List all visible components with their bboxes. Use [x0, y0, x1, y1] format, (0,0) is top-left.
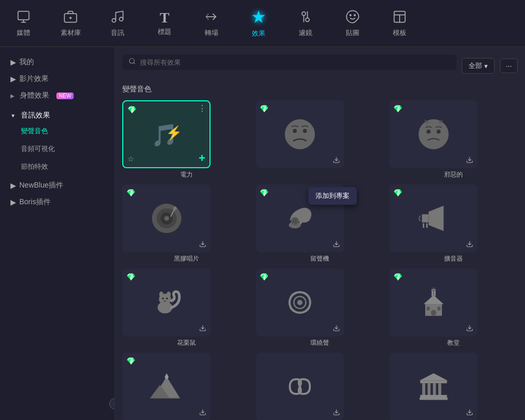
- effect-label-vinyl: 黑膠唱片: [122, 254, 251, 263]
- effect-card-evil[interactable]: [389, 100, 477, 168]
- more-icon: ···: [506, 62, 512, 70]
- effect-card-megaphone[interactable]: [389, 184, 477, 252]
- svg-point-21: [426, 130, 430, 134]
- nav-label-media: 媒體: [17, 28, 30, 38]
- sidebar-item-boris[interactable]: ▶ Boris插件: [0, 192, 114, 209]
- favorite-button-electric[interactable]: ☆: [127, 155, 134, 163]
- effect-item-infinity: [256, 353, 384, 420]
- premium-gem-surround: [260, 273, 269, 281]
- vinyl-icon: [150, 202, 183, 235]
- template-icon: [392, 9, 407, 26]
- premium-gem-church: [393, 273, 402, 281]
- svg-point-13: [130, 59, 134, 63]
- download-button-church[interactable]: [466, 324, 473, 333]
- effect-item-electric: ⋮ 🎵 ⚡ ☆ + 電力: [122, 100, 251, 179]
- premium-gem-gramophone: [260, 189, 269, 197]
- effect-card-squirrel[interactable]: [122, 269, 211, 336]
- download-button-surround[interactable]: [333, 324, 340, 333]
- premium-gem-megaphone: [393, 189, 402, 197]
- nav-label-transition: 轉場: [205, 28, 218, 38]
- effect-card-mountain[interactable]: [122, 353, 211, 420]
- svg-rect-73: [438, 383, 441, 395]
- nav-item-sticker[interactable]: 貼圖: [329, 6, 376, 41]
- add-button-electric[interactable]: +: [199, 151, 205, 165]
- arrow-icon-body: ▶: [10, 93, 15, 99]
- media-icon: [16, 9, 31, 26]
- effect-card-electric[interactable]: ⋮ 🎵 ⚡ ☆ +: [122, 100, 211, 168]
- effects-icon: [251, 9, 266, 27]
- download-button-infinity[interactable]: [333, 409, 340, 417]
- svg-rect-70: [422, 383, 425, 395]
- sidebar-item-body-effects[interactable]: ▶ 身體效果 NEW: [0, 86, 114, 106]
- sidebar-item-newblue[interactable]: ▶ NewBlue插件: [0, 176, 114, 192]
- download-button-vinyl[interactable]: [199, 240, 206, 249]
- add-to-project-tooltip: 添加到專案: [308, 187, 357, 205]
- download-button-angry[interactable]: [333, 156, 340, 165]
- effect-card-infinity[interactable]: [256, 353, 344, 420]
- nav-item-assets[interactable]: 素材庫: [47, 6, 94, 41]
- effect-card-surround[interactable]: [256, 269, 344, 336]
- audio-icon: [110, 9, 125, 26]
- effect-item-angry: [256, 100, 384, 179]
- electric-icon: 🎵 ⚡: [150, 118, 183, 151]
- svg-point-44: [167, 291, 171, 298]
- nav-item-filter[interactable]: 濾鏡: [282, 6, 329, 41]
- nav-item-title[interactable]: T 標題: [141, 7, 188, 40]
- svg-point-4: [112, 18, 116, 22]
- arrow-icon-my: ▶: [10, 58, 16, 66]
- effect-item-megaphone: 擴音器: [389, 184, 518, 263]
- svg-point-9: [354, 14, 355, 15]
- download-button-mountain[interactable]: [199, 409, 206, 417]
- svg-point-6: [302, 11, 306, 15]
- sidebar-item-audio-viz[interactable]: 音頻可視化: [5, 140, 114, 158]
- sidebar-label-boris: Boris插件: [19, 197, 51, 207]
- sidebar-item-my[interactable]: ▶ 我的: [0, 52, 114, 69]
- download-button-gramophone[interactable]: [333, 240, 340, 249]
- sidebar-label-newblue: NewBlue插件: [19, 181, 63, 190]
- nav-item-media[interactable]: 媒體: [0, 6, 47, 41]
- svg-marker-74: [419, 373, 448, 380]
- sidebar-item-voice-change[interactable]: 變聲音色: [5, 122, 114, 140]
- search-input[interactable]: [140, 59, 450, 66]
- sidebar-collapse-button[interactable]: ‹: [109, 398, 115, 410]
- svg-point-46: [166, 297, 168, 299]
- sidebar-label-video-effects: 影片效果: [19, 74, 49, 84]
- angry-icon: [283, 118, 317, 151]
- evil-icon: [417, 118, 450, 151]
- download-button-evil[interactable]: [466, 156, 473, 165]
- sidebar-item-audio-effects[interactable]: ▼ 音訊效果: [0, 106, 114, 122]
- nav-item-effects[interactable]: 效果: [235, 6, 282, 41]
- filter-button[interactable]: 全部 ▾: [462, 58, 495, 74]
- temple-icon: [417, 370, 450, 403]
- download-button-temple[interactable]: [466, 409, 473, 417]
- more-menu-electric[interactable]: ⋮: [198, 104, 206, 113]
- premium-gem-vinyl: [126, 189, 135, 197]
- content-area: 全部 ▾ ··· 變聲音色 ⋮ 🎵 ⚡: [115, 47, 525, 420]
- effect-card-vinyl[interactable]: [122, 184, 211, 252]
- effect-card-church[interactable]: [389, 269, 477, 336]
- effect-card-angry[interactable]: [256, 100, 344, 168]
- download-button-squirrel[interactable]: [199, 324, 206, 333]
- svg-rect-69: [420, 380, 447, 383]
- effect-label-gramophone: 留聲機: [256, 254, 384, 263]
- infinity-icon: [283, 370, 317, 403]
- effect-card-temple[interactable]: [389, 353, 477, 420]
- svg-point-30: [173, 207, 176, 210]
- transition-icon: [204, 9, 219, 26]
- nav-item-audio[interactable]: 音訊: [94, 6, 141, 41]
- sidebar-item-beat[interactable]: 節拍特效: [5, 158, 114, 176]
- filter-icon: [298, 9, 313, 26]
- effect-item-squirrel: 花栗鼠: [122, 269, 251, 347]
- sticker-icon: [345, 9, 360, 26]
- nav-item-template[interactable]: 模板: [376, 6, 423, 41]
- premium-gem-mountain: [126, 357, 135, 365]
- search-bar: [122, 54, 457, 70]
- nav-item-transition[interactable]: 轉場: [188, 6, 235, 41]
- nav-label-template: 模板: [393, 28, 406, 38]
- premium-gem-squirrel: [126, 273, 135, 281]
- more-options-button[interactable]: ···: [500, 59, 518, 73]
- svg-point-5: [120, 17, 123, 21]
- sidebar-item-video-effects[interactable]: ▶ 影片效果: [0, 69, 114, 86]
- svg-point-47: [164, 300, 166, 302]
- download-button-megaphone[interactable]: [466, 240, 473, 249]
